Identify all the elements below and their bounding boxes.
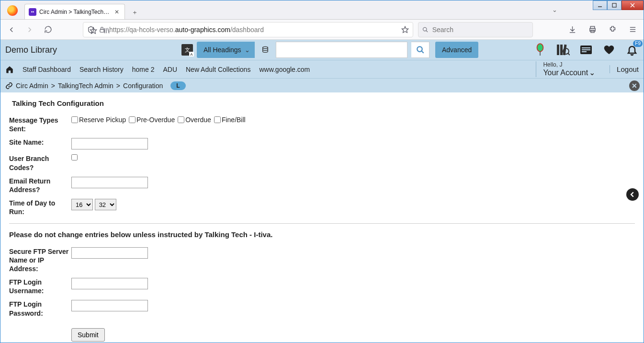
bookshelf-icon[interactable]	[556, 43, 570, 57]
tab-title: Circ Admin > TalkingTech Adm	[39, 9, 110, 15]
chk-reserve-pickup[interactable]: Reserve Pickup	[71, 116, 126, 124]
logout-link[interactable]: Logout	[610, 65, 639, 73]
extensions-icon[interactable]	[605, 23, 620, 37]
chk-pre-overdue[interactable]: Pre-Overdue	[129, 116, 175, 124]
nav-staff-dashboard[interactable]: Staff Dashboard	[23, 66, 71, 73]
tabs-overflow-icon[interactable]: ⌄	[552, 6, 557, 13]
chevron-down-icon: ⌄	[589, 68, 595, 77]
save-page-icon[interactable]	[565, 23, 579, 37]
card-icon[interactable]	[579, 43, 593, 57]
browser-search-input[interactable]	[432, 26, 529, 34]
ftp-pass-input[interactable]	[71, 300, 148, 311]
toolbar-right-icons	[565, 23, 640, 37]
forward-button[interactable]	[23, 23, 37, 37]
catalog-search-button[interactable]	[411, 42, 429, 58]
close-panel-button[interactable]: ✕	[629, 80, 640, 91]
site-name-input[interactable]	[71, 138, 148, 149]
bookmark-star-icon[interactable]	[401, 26, 409, 34]
nav-adu[interactable]: ADU	[163, 66, 177, 73]
collapse-arrow-button[interactable]	[626, 188, 639, 201]
svg-point-6	[423, 27, 427, 31]
favorites-heart-icon[interactable]	[602, 43, 616, 57]
nav-search-history[interactable]: Search History	[79, 66, 124, 73]
app-menu-button[interactable]	[625, 23, 640, 37]
window-close-button[interactable]	[621, 0, 644, 10]
svg-marker-14	[90, 27, 96, 34]
ftp-server-input[interactable]	[71, 247, 148, 259]
svg-line-7	[426, 30, 428, 32]
firefox-logo-icon	[7, 5, 18, 16]
nav-google[interactable]: www.google.com	[259, 66, 310, 73]
advanced-search-button[interactable]: Advanced	[435, 42, 478, 58]
label-email-return: Email Return Address?	[9, 177, 71, 194]
svg-point-19	[417, 46, 422, 52]
nav-row: Staff Dashboard Search History home 2 AD…	[0, 60, 644, 78]
nav-new-adult[interactable]: New Adult Collections	[186, 66, 250, 73]
label-ftp-user: FTP Login Username:	[9, 278, 71, 295]
crumb-circ-admin[interactable]: Circ Admin	[16, 82, 48, 90]
tab-close-button[interactable]: ✕	[113, 8, 121, 16]
chk-overdue[interactable]: Overdue	[178, 116, 211, 124]
url-text: https://qa-hcols-verso.auto-graphics.com…	[109, 26, 264, 34]
account-block[interactable]: Hello, J Your Account⌄	[536, 61, 595, 78]
library-icon[interactable]	[103, 27, 111, 34]
database-icon[interactable]	[259, 42, 272, 58]
user-branch-checkbox[interactable]	[71, 154, 78, 160]
svg-rect-31	[582, 51, 587, 52]
warning-text: Please do not change entries below unles…	[9, 230, 635, 239]
svg-rect-23	[557, 45, 559, 55]
content-area: Talking Tech Configuration Message Types…	[0, 92, 644, 343]
tab-favicon-icon: ••	[29, 8, 36, 16]
label-site-name: Site Name:	[9, 138, 71, 147]
chk-fine-bill[interactable]: Fine/Bill	[214, 116, 246, 124]
label-ftp-server: Secure FTP Server Name or IP Address:	[9, 247, 71, 274]
svg-line-27	[568, 53, 570, 55]
search-icon	[422, 26, 429, 33]
browser-tabstrip: •• Circ Admin > TalkingTech Adm ✕ ＋ ⌄	[0, 0, 644, 20]
svg-marker-5	[402, 26, 408, 33]
hello-text: Hello, J	[543, 61, 595, 68]
new-tab-button[interactable]: ＋	[128, 6, 141, 19]
crumb-pill: L	[170, 81, 185, 90]
back-button[interactable]	[4, 23, 19, 37]
nav-home2[interactable]: home 2	[132, 66, 155, 73]
svg-rect-30	[582, 49, 590, 50]
url-bar[interactable]: https://qa-hcols-verso.auto-graphics.com…	[83, 22, 413, 37]
svg-point-21	[537, 44, 543, 52]
browser-tab[interactable]: •• Circ Admin > TalkingTech Adm ✕	[24, 4, 125, 19]
window-minimize-button[interactable]	[593, 0, 607, 10]
hour-select[interactable]: 16	[71, 199, 93, 210]
submit-button[interactable]: Submit	[71, 328, 105, 342]
balloon-icon[interactable]	[533, 43, 547, 57]
crumb-configuration[interactable]: Configuration	[123, 82, 163, 90]
headings-select[interactable]: All Headings	[197, 42, 255, 58]
label-user-branch: User Branch Codes?	[9, 154, 71, 172]
svg-line-20	[421, 51, 424, 53]
ftp-user-input[interactable]	[71, 278, 148, 289]
notifications-bell-icon[interactable]: F9	[625, 43, 639, 57]
svg-rect-1	[612, 3, 616, 7]
bookmark-outline-icon[interactable]	[90, 27, 97, 34]
library-name: Demo Library	[5, 45, 178, 55]
divider	[9, 223, 635, 224]
print-icon[interactable]	[585, 23, 599, 37]
language-icon[interactable]: 文	[181, 44, 193, 56]
app-header: Demo Library 文 All Headings ⌄ Advanced F…	[0, 40, 644, 60]
crumb-talkingtech[interactable]: TalkingTech Admin	[58, 82, 113, 90]
label-msg-types: Message Types Sent:	[9, 116, 71, 133]
label-ftp-pass: FTP Login Password:	[9, 300, 71, 317]
notification-badge: F9	[633, 40, 643, 47]
email-return-input[interactable]	[71, 177, 148, 188]
home-icon[interactable]	[5, 65, 14, 74]
label-time-of-day: Time of Day to Run:	[9, 199, 71, 216]
page-title: Talking Tech Configuration	[12, 99, 635, 107]
svg-rect-24	[560, 45, 563, 55]
svg-line-17	[108, 28, 109, 34]
svg-point-18	[263, 46, 268, 48]
window-maximize-button[interactable]	[607, 0, 621, 10]
svg-rect-29	[582, 47, 590, 48]
reload-button[interactable]	[41, 23, 55, 37]
browser-search-bar[interactable]	[418, 22, 533, 37]
minute-select[interactable]: 32	[95, 199, 116, 210]
catalog-search-input[interactable]	[276, 42, 407, 58]
